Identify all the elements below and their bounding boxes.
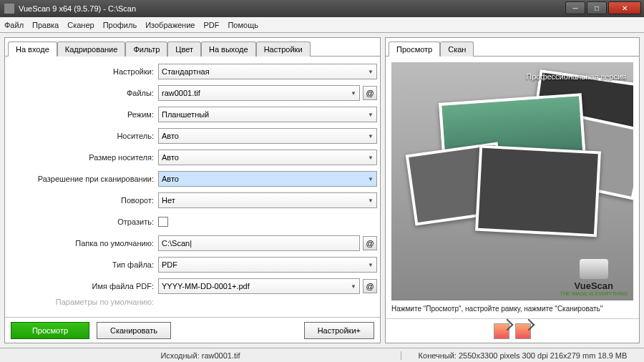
folder-field[interactable] (162, 239, 356, 248)
preview-button[interactable]: Просмотр (11, 322, 89, 339)
status-target: Конечный: 2550x3300 pixels 300 dpi 216x2… (401, 351, 644, 360)
window-title: VueScan 9 x64 (9.5.79) - C:\Scan (19, 4, 564, 13)
preview-hint: Нажмите "Просмотр", настройте рамку, наж… (391, 305, 633, 313)
titlebar[interactable]: VueScan 9 x64 (9.5.79) - C:\Scan ─ □ ✕ (0, 0, 644, 17)
preview-area: Профессиональная версия VueScan THE IMAG… (386, 57, 639, 318)
menu-scanner[interactable]: Сканер (67, 21, 94, 29)
label-resolution: Разрешение при сканировании: (8, 175, 158, 183)
label-pdfname: Имя файла PDF: (8, 282, 158, 290)
tab-output[interactable]: На выходе (201, 41, 256, 57)
tab-prefs[interactable]: Настройки (256, 41, 311, 57)
maximize-button[interactable]: □ (587, 1, 607, 14)
combo-resolution[interactable]: Авто▼ (158, 171, 377, 187)
tab-crop[interactable]: Кадрирование (57, 41, 126, 57)
scanner-icon (580, 259, 608, 279)
label-filetype: Тип файла: (8, 260, 158, 269)
window-controls: ─ □ ✕ (564, 1, 641, 16)
chevron-down-icon: ▼ (351, 90, 356, 97)
tab-color[interactable]: Цвет (167, 41, 201, 57)
checkbox-mirror[interactable] (158, 217, 168, 227)
label-mirror: Отразить: (8, 217, 158, 226)
label-files: Файлы: (8, 89, 158, 97)
combo-rotate[interactable]: Нет▼ (158, 192, 377, 208)
input-form: Настройки: Стандартная▼ Файлы: raw0001.t… (5, 57, 380, 317)
rotate-left-icon[interactable] (494, 323, 509, 339)
left-pane: На входе Кадрирование Фильтр Цвет На вых… (4, 37, 381, 343)
chevron-down-icon: ▼ (368, 155, 374, 161)
right-pane: Просмотр Скан Профессиональная версия Vu… (385, 37, 640, 343)
chevron-down-icon: ▼ (368, 112, 374, 118)
files-at-button[interactable]: @ (363, 86, 377, 100)
menubar: Файл Правка Сканер Профиль Изображение P… (0, 17, 644, 33)
left-tabs: На входе Кадрирование Фильтр Цвет На вых… (5, 38, 380, 57)
tab-scan[interactable]: Скан (440, 41, 474, 57)
folder-at-button[interactable]: @ (363, 236, 377, 250)
sample-photo (475, 145, 601, 238)
chevron-down-icon: ▼ (368, 69, 374, 75)
label-media: Носитель: (8, 132, 158, 140)
menu-image[interactable]: Изображение (145, 21, 195, 29)
professional-version-label: Профессиональная версия (526, 72, 626, 81)
minimize-button[interactable]: ─ (565, 1, 585, 14)
preview-image[interactable]: Профессиональная версия VueScan THE IMAG… (391, 62, 633, 300)
menu-profile[interactable]: Профиль (103, 21, 137, 29)
app-window: VueScan 9 x64 (9.5.79) - C:\Scan ─ □ ✕ Ф… (0, 0, 644, 362)
status-source: Исходный: raw0001.tif (0, 351, 401, 360)
combo-filetype[interactable]: PDF▼ (158, 257, 377, 273)
input-folder[interactable] (158, 235, 360, 251)
content-area: На входе Кадрирование Фильтр Цвет На вых… (0, 33, 644, 348)
tab-preview[interactable]: Просмотр (389, 41, 440, 57)
menu-edit[interactable]: Правка (32, 21, 59, 29)
menu-file[interactable]: Файл (4, 21, 24, 29)
scan-button[interactable]: Сканировать (97, 322, 171, 339)
brand-text: VueScan (560, 280, 628, 291)
chevron-down-icon: ▼ (351, 283, 356, 290)
thumb-toolbar (386, 318, 639, 343)
label-folder: Папка по умолчанию: (8, 239, 158, 248)
chevron-down-icon: ▼ (368, 197, 374, 204)
pdfname-at-button[interactable]: @ (363, 279, 377, 293)
combo-pdfname[interactable]: YYYY-MM-DD-0001+.pdf▼ (158, 278, 360, 294)
button-bar: Просмотр Сканировать Настройки+ (5, 317, 380, 343)
label-defaults: Параметры по умолчанию: (8, 298, 158, 306)
statusbar: Исходный: raw0001.tif Конечный: 2550x330… (0, 348, 644, 362)
combo-mode[interactable]: Планшетный▼ (158, 107, 377, 122)
combo-files[interactable]: raw0001.tif▼ (158, 85, 360, 101)
menu-help[interactable]: Помощь (228, 21, 258, 29)
rotate-right-icon[interactable] (515, 323, 531, 339)
tab-filter[interactable]: Фильтр (125, 41, 167, 57)
label-rotate: Поворот: (8, 196, 158, 205)
chevron-down-icon: ▼ (368, 133, 374, 140)
label-mediasize: Размер носителя: (8, 153, 158, 162)
app-icon (4, 4, 14, 14)
chevron-down-icon: ▼ (368, 176, 374, 182)
settings-button[interactable]: Настройки+ (304, 322, 374, 339)
right-tabs: Просмотр Скан (386, 38, 639, 57)
vuescan-logo: VueScan THE IMAGE IS EVERYTHING (560, 259, 628, 296)
menu-pdf[interactable]: PDF (203, 21, 219, 29)
combo-media[interactable]: Авто▼ (158, 128, 377, 144)
tab-input[interactable]: На входе (8, 41, 57, 57)
label-settings: Настройки: (8, 67, 158, 76)
combo-mediasize[interactable]: Авто▼ (158, 150, 377, 165)
brand-tagline: THE IMAGE IS EVERYTHING (560, 291, 628, 296)
label-mode: Режим: (8, 110, 158, 119)
close-button[interactable]: ✕ (608, 1, 641, 14)
combo-settings[interactable]: Стандартная▼ (158, 64, 377, 79)
chevron-down-icon: ▼ (368, 262, 374, 268)
